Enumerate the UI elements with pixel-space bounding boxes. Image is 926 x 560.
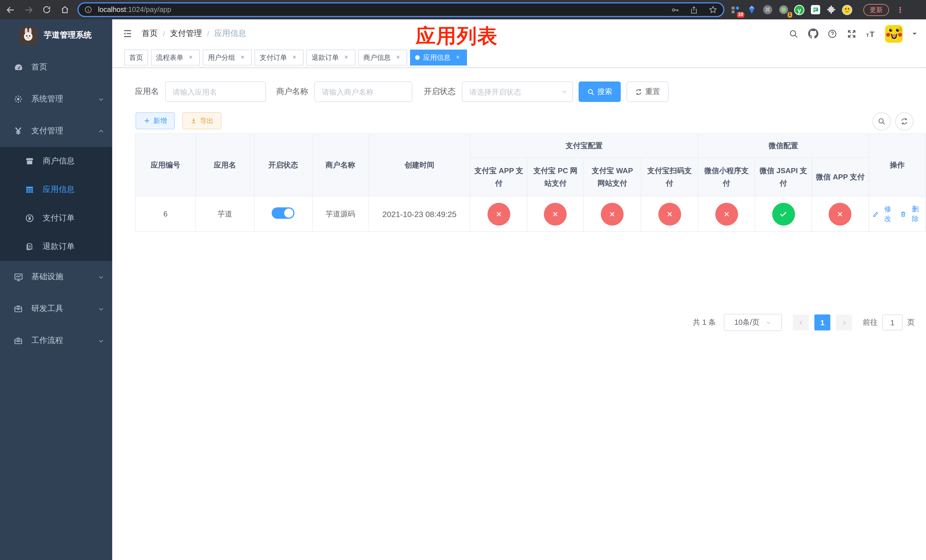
password-key-icon[interactable] xyxy=(671,5,679,14)
tab-退款订单[interactable]: 退款订单× xyxy=(306,50,356,65)
user-avatar[interactable] xyxy=(885,25,903,42)
status-select[interactable] xyxy=(462,82,573,102)
sidebar-item-label: 商户信息 xyxy=(43,156,104,166)
sidebar-item-label: 基础设施 xyxy=(31,272,98,282)
edit-link[interactable]: 修改 xyxy=(873,204,894,224)
profile-emoji-icon[interactable] xyxy=(842,4,853,15)
github-icon[interactable] xyxy=(808,28,819,39)
sidebar-item-应用信息[interactable]: 应用信息 xyxy=(0,176,112,204)
cross-circle-icon xyxy=(658,203,681,225)
sidebar-item-基础设施[interactable]: 基础设施 xyxy=(0,261,112,293)
group-header-wechat: 微信配置 xyxy=(698,133,869,157)
sidebar-item-label: 退款订单 xyxy=(43,242,104,252)
ext-y-icon[interactable]: y xyxy=(794,4,805,15)
status-switch[interactable] xyxy=(272,207,294,219)
export-button[interactable]: 导出 xyxy=(182,112,221,129)
app-name-input[interactable] xyxy=(165,82,266,102)
page-number-1[interactable]: 1 xyxy=(814,315,830,330)
app-table-wrap: 应用编号应用名开启状态商户名称创建时间支付宝配置微信配置操作支付宝 APP 支付… xyxy=(135,133,926,232)
help-icon[interactable] xyxy=(827,28,838,39)
browser-chrome: localhost:1024/pay/app 10 ⌘ xyxy=(0,0,926,20)
yen-circle-icon xyxy=(24,213,35,223)
browser-forward-icon[interactable] xyxy=(21,2,36,18)
tags-view-bar: 首页流程表单×用户分组×支付订单×退款订单×商户信息×应用信息× xyxy=(112,48,926,68)
tab-流程表单[interactable]: 流程表单× xyxy=(151,50,200,65)
next-page-button[interactable] xyxy=(836,315,852,330)
tab-label: 用户分组 xyxy=(208,53,235,62)
cell-channel-5 xyxy=(755,196,812,232)
sidebar-item-支付订单[interactable]: 支付订单 xyxy=(0,204,112,232)
ext-chat-icon[interactable] xyxy=(810,4,821,15)
sidebar-toggle-icon[interactable] xyxy=(123,29,133,39)
chevron-up-icon xyxy=(98,128,104,134)
tab-支付订单[interactable]: 支付订单× xyxy=(254,50,304,65)
channel-col-header: 支付宝 APP 支付 xyxy=(471,157,527,196)
chevron-down-icon xyxy=(98,96,104,102)
ext-badge: 10 xyxy=(737,12,744,17)
close-icon[interactable]: × xyxy=(454,53,462,62)
goto-page-input[interactable] xyxy=(882,315,903,330)
refresh-icon[interactable] xyxy=(895,112,914,130)
app-logo-row[interactable]: 芋道管理系统 xyxy=(0,20,112,51)
sidebar-item-支付管理[interactable]: 支付管理 xyxy=(0,115,112,147)
chevron-down-icon xyxy=(98,306,104,312)
merchant-name-input[interactable] xyxy=(314,82,412,102)
ext-gem-icon[interactable] xyxy=(746,4,757,15)
fullscreen-icon[interactable] xyxy=(846,28,857,39)
breadcrumb-item-首页[interactable]: 首页 xyxy=(142,29,158,39)
prev-page-button[interactable] xyxy=(793,315,809,330)
tab-label: 支付订单 xyxy=(260,53,287,62)
close-icon[interactable]: × xyxy=(342,53,350,62)
browser-back-icon[interactable] xyxy=(2,2,18,18)
tab-label: 退款订单 xyxy=(312,53,339,62)
status-select-input[interactable] xyxy=(462,82,573,102)
font-size-icon[interactable]: TT xyxy=(865,28,876,39)
sidebar-item-退款订单[interactable]: 退款订单 xyxy=(0,232,112,261)
page-suffix: 页 xyxy=(907,317,915,328)
add-button[interactable]: 新增 xyxy=(136,112,175,129)
ext-blocks-icon[interactable]: 10 xyxy=(730,4,741,15)
close-icon[interactable]: × xyxy=(187,53,195,62)
close-icon[interactable]: × xyxy=(239,53,247,62)
search-button[interactable]: 搜索 xyxy=(579,82,621,102)
tab-label: 首页 xyxy=(129,53,143,62)
bookmark-star-icon[interactable] xyxy=(708,5,717,14)
sidebar-item-label: 研发工具 xyxy=(31,304,98,314)
close-icon[interactable]: × xyxy=(291,53,298,62)
browser-reload-icon[interactable] xyxy=(39,2,54,18)
sidebar-item-研发工具[interactable]: 研发工具 xyxy=(0,293,112,325)
browser-home-icon[interactable] xyxy=(57,2,73,18)
user-caret-icon[interactable] xyxy=(911,30,918,37)
tab-商户信息[interactable]: 商户信息× xyxy=(358,50,407,65)
ext-green-dot-icon[interactable]: 1 xyxy=(778,4,789,15)
status-label: 开启状态 xyxy=(424,86,455,97)
tab-用户分组[interactable]: 用户分组× xyxy=(203,50,252,65)
share-icon[interactable] xyxy=(690,5,698,14)
url-host: localhost xyxy=(98,6,126,14)
url-bar[interactable]: localhost:1024/pay/app xyxy=(77,2,725,17)
cross-circle-icon xyxy=(487,203,510,225)
cross-circle-icon xyxy=(601,203,624,225)
ext-command-icon[interactable]: ⌘ xyxy=(762,4,773,15)
tab-应用信息[interactable]: 应用信息× xyxy=(410,50,467,65)
delete-link[interactable]: 删除 xyxy=(900,204,922,224)
sidebar-item-商户信息[interactable]: 商户信息 xyxy=(0,147,112,176)
browser-update-button[interactable]: 更新 xyxy=(863,4,889,16)
breadcrumb-item-支付管理[interactable]: 支付管理 xyxy=(170,29,202,39)
close-icon[interactable]: × xyxy=(394,53,402,62)
sidebar-item-首页[interactable]: 首页 xyxy=(0,51,112,83)
tab-label: 应用信息 xyxy=(423,53,451,62)
sidebar-item-工作流程[interactable]: 工作流程 xyxy=(0,325,112,357)
page-size-select[interactable]: 10条/页 xyxy=(724,314,782,331)
sidebar-item-label: 支付订单 xyxy=(43,213,104,223)
site-info-icon[interactable] xyxy=(84,6,92,14)
browser-menu-icon[interactable]: ⋮ xyxy=(896,5,904,14)
chevron-down-icon xyxy=(98,274,104,280)
ext-puzzle-icon[interactable] xyxy=(826,4,837,15)
sidebar-item-系统管理[interactable]: 系统管理 xyxy=(0,83,112,115)
show-search-icon[interactable] xyxy=(873,112,891,130)
reset-button[interactable]: 重置 xyxy=(626,82,669,102)
tab-首页[interactable]: 首页 xyxy=(124,50,148,65)
cross-circle-icon xyxy=(829,203,852,225)
header-search-icon[interactable] xyxy=(788,28,799,39)
